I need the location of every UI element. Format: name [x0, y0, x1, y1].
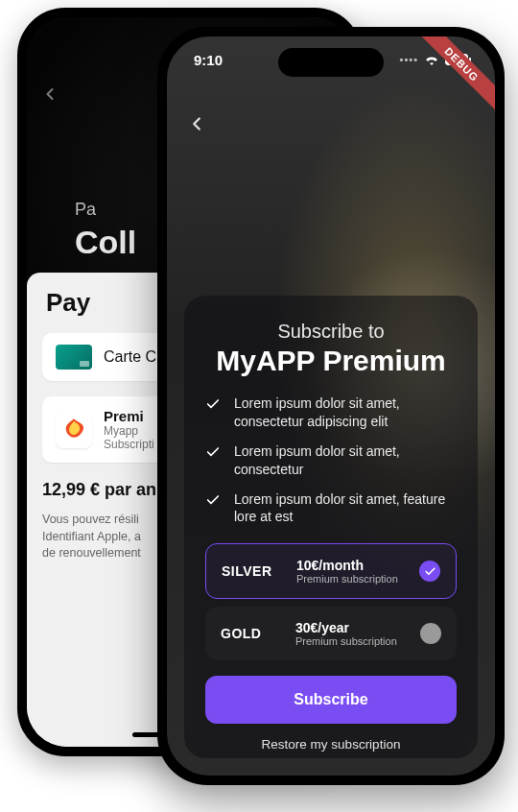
payment-card-label: Carte C [104, 348, 156, 366]
dynamic-island [278, 48, 384, 77]
cellular-icon: •••• [400, 54, 418, 65]
plan-option-gold[interactable]: GOLD 30€/year Premium subscription [205, 607, 457, 660]
plan-sublabel: Premium subscription [295, 635, 407, 647]
feature-item: Lorem ipsum dolor sit amet, consectetur [205, 442, 457, 479]
plan-tier-label: GOLD [221, 626, 282, 641]
feature-list: Lorem ipsum dolor sit amet, consectetur … [205, 394, 457, 526]
plan-tier-label: SILVER [222, 563, 283, 579]
paywall-title: MyAPP Premium [205, 345, 457, 377]
back-title: Coll [75, 224, 136, 261]
feature-item: Lorem ipsum dolor sit amet, feature lore… [205, 490, 457, 527]
credit-card-icon [56, 345, 92, 370]
product-sub: Subscripti [104, 438, 154, 451]
radio-unchecked-icon [420, 623, 441, 644]
plan-list: SILVER 10€/month Premium subscription GO… [205, 543, 457, 660]
paywall-panel: Subscribe to MyAPP Premium Lorem ipsum d… [184, 296, 478, 758]
app-icon [56, 412, 92, 448]
feature-text: Lorem ipsum dolor sit amet, consectetur [234, 442, 457, 479]
feature-text: Lorem ipsum dolor sit amet, feature lore… [234, 490, 457, 527]
plan-option-silver[interactable]: SILVER 10€/month Premium subscription [205, 543, 457, 599]
paywall-subtitle: Subscribe to [205, 321, 457, 343]
plan-price: 10€/month [296, 558, 406, 573]
check-icon [205, 444, 221, 460]
foreground-phone-frame: 9:10 •••• DEBUG Subscribe to MyAPP Premi… [157, 27, 505, 785]
apple-pay-text: Pay [46, 288, 90, 318]
feature-text: Lorem ipsum dolor sit amet, consectetur … [234, 394, 457, 431]
product-name: Premi [104, 408, 154, 424]
plan-sublabel: Premium subscription [296, 573, 406, 585]
back-button[interactable] [186, 113, 207, 140]
check-icon [205, 492, 221, 508]
product-app: Myapp [104, 424, 154, 438]
wifi-icon [424, 54, 439, 65]
radio-checked-icon [419, 561, 440, 582]
status-time: 9:10 [194, 52, 223, 68]
subscribe-button[interactable]: Subscribe [205, 676, 457, 724]
back-subtitle: Pa [75, 200, 96, 220]
back-chevron-icon[interactable] [40, 84, 59, 109]
foreground-phone-screen: 9:10 •••• DEBUG Subscribe to MyAPP Premi… [167, 36, 495, 776]
check-icon [205, 396, 221, 412]
feature-item: Lorem ipsum dolor sit amet, consectetur … [205, 394, 457, 431]
restore-link[interactable]: Restore my subscription [205, 737, 457, 752]
plan-price: 30€/year [295, 620, 407, 635]
battery-icon [445, 54, 468, 65]
